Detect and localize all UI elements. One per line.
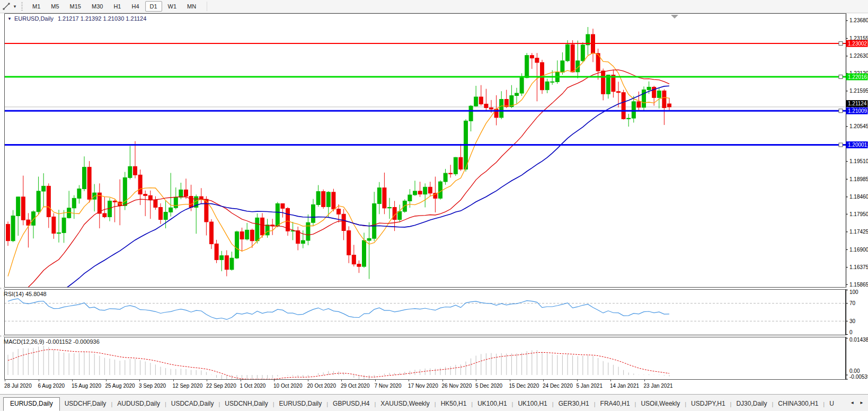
- candle-body: [169, 208, 173, 212]
- price-tick-label: 1.18460: [849, 194, 868, 200]
- candle-body: [164, 212, 167, 220]
- candle-body: [647, 87, 651, 90]
- candle-body: [398, 211, 402, 219]
- main-chart-canvas[interactable]: 1.236801.231551.226301.221201.215951.210…: [0, 13, 868, 288]
- candle-body: [657, 91, 661, 98]
- chart-tab-fra40-h1[interactable]: FRA40,H1: [596, 397, 635, 411]
- candle-body: [627, 118, 631, 119]
- candle-body: [617, 92, 621, 93]
- hline-price-badge-text: 1.22016: [848, 74, 867, 80]
- chart-tab-xauusd-weekly[interactable]: XAUUSD,Weekly: [376, 397, 434, 411]
- candle-body: [403, 201, 406, 211]
- timeframe-button-m5[interactable]: M5: [46, 1, 64, 12]
- candle-body: [408, 195, 412, 201]
- chart-tab-china300-h1[interactable]: CHINA300,H1: [773, 397, 823, 411]
- candle-body: [230, 258, 234, 270]
- date-tick: [106, 380, 107, 381]
- chart-tab-usdchf-daily[interactable]: USDCHF,Daily: [60, 397, 111, 411]
- date-tick: [442, 380, 443, 381]
- chart-tab-usdcad-daily[interactable]: USDCAD,Daily: [166, 397, 219, 411]
- chart-tab-uk100-h1[interactable]: UK100,H1: [513, 397, 552, 411]
- timeframe-button-mn[interactable]: MN: [182, 1, 201, 12]
- toolbar-grip: [21, 2, 23, 11]
- chart-tab-ger30-h1[interactable]: GER30,H1: [554, 397, 594, 411]
- candle-body: [332, 192, 335, 209]
- date-tick: [610, 380, 611, 381]
- date-label: 24 Dec 2020: [543, 383, 573, 389]
- date-label: 1 Oct 2020: [240, 383, 266, 389]
- macd-svg[interactable]: 0.0143840.00-0.00539: [0, 337, 868, 380]
- timeframe-button-w1[interactable]: W1: [163, 1, 182, 12]
- hline-handle[interactable]: [839, 75, 843, 79]
- price-tick-label: 1.19510: [849, 158, 868, 164]
- chart-tab-uk100-h1[interactable]: UK100,H1: [473, 397, 511, 411]
- candle-body: [601, 71, 605, 94]
- candle-body: [184, 190, 188, 196]
- candle-body: [545, 82, 549, 90]
- timeframe-button-d1[interactable]: D1: [145, 1, 162, 12]
- candle-body: [515, 93, 519, 96]
- candle-body: [668, 104, 671, 107]
- candle-body: [393, 208, 396, 220]
- macd-tick-label: -0.00539: [849, 374, 868, 380]
- candle-body: [62, 218, 66, 233]
- chart-tab-usoil-weekly[interactable]: USOil,Weekly: [636, 397, 685, 411]
- candle-body: [439, 182, 442, 198]
- timeframe-button-m30[interactable]: M30: [87, 1, 108, 12]
- candle-body: [500, 100, 503, 118]
- timeframe-button-h1[interactable]: H1: [109, 1, 126, 12]
- rsi-svg[interactable]: 10070300: [0, 289, 868, 335]
- candle-body: [159, 208, 163, 220]
- chart-tab-dj30-daily[interactable]: DJ30,Daily: [731, 397, 772, 411]
- hline-handle[interactable]: [839, 143, 843, 147]
- candle-body: [52, 217, 56, 233]
- date-tick: [207, 380, 207, 381]
- date-tick: [644, 380, 645, 381]
- chart-tab-usdjpy-h1[interactable]: USDJPY,H1: [686, 397, 730, 411]
- candle-body: [77, 189, 81, 199]
- chart-tab-hk50-h1[interactable]: HK50,H1: [436, 397, 472, 411]
- chart-tab-eurusd-daily[interactable]: EURUSD,Daily: [3, 397, 60, 411]
- chart-tab-audusd-daily[interactable]: AUDUSD,Daily: [112, 397, 165, 411]
- candle-body: [525, 56, 529, 78]
- chart-tab-gbpusd-h4[interactable]: GBPUSD,H4: [328, 397, 374, 411]
- chart-tab-eurusd-daily[interactable]: EURUSD,Daily: [274, 397, 327, 411]
- timeframe-button-m1[interactable]: M1: [28, 1, 45, 12]
- candle-body: [326, 192, 330, 207]
- candle-body: [174, 197, 178, 208]
- date-tick: [241, 380, 241, 381]
- chart-tab-u[interactable]: U: [825, 397, 839, 411]
- hline-handle[interactable]: [839, 42, 843, 46]
- main-chart-svg[interactable]: 1.236801.231551.226301.221201.215951.210…: [0, 13, 868, 288]
- rsi-tick-label: 70: [849, 300, 856, 306]
- toolbar-separator: [207, 2, 207, 11]
- line-study-tool-icon[interactable]: [1, 2, 12, 11]
- tab-scroll-right-icon[interactable]: ►: [857, 400, 866, 405]
- tab-scroll-arrows: ◄►: [847, 395, 868, 411]
- candle-body: [357, 264, 361, 267]
- candle-body: [138, 175, 142, 194]
- tab-scroll-left-icon[interactable]: ◄: [847, 400, 857, 405]
- candle-body: [454, 157, 457, 174]
- ohlc-info-line: ▼EURUSD,Daily1.21217 1.21392 1.21030 1.2…: [7, 15, 146, 22]
- candle-body: [261, 218, 264, 235]
- chart-tab-usdcnh-daily[interactable]: USDCNH,Daily: [220, 397, 272, 411]
- date-tick: [341, 380, 342, 381]
- oneclick-collapse-icon[interactable]: ▼: [7, 16, 12, 21]
- timeframe-button-m15[interactable]: M15: [65, 1, 86, 12]
- hline-price-badge-text: 1.20001: [848, 142, 867, 148]
- candle-body: [16, 197, 20, 216]
- tool-dropdown-caret-icon[interactable]: ▾: [12, 4, 18, 9]
- timeframe-button-h4[interactable]: H4: [127, 1, 144, 12]
- candle-body: [220, 256, 224, 260]
- rsi-tick-label: 0: [849, 329, 853, 335]
- rsi-panel[interactable]: 10070300 RSI(14) 45.8048: [0, 289, 868, 335]
- candle-body: [632, 102, 635, 118]
- hline-price-badge-text: 1.21009: [848, 108, 867, 114]
- macd-panel[interactable]: 0.0143840.00-0.00539 MACD(12,26,9) -0.00…: [0, 337, 868, 380]
- candle-body: [637, 102, 641, 108]
- candle-body: [42, 186, 46, 191]
- hline-handle[interactable]: [839, 109, 843, 113]
- candle-body: [281, 204, 285, 209]
- candle-body: [37, 191, 40, 212]
